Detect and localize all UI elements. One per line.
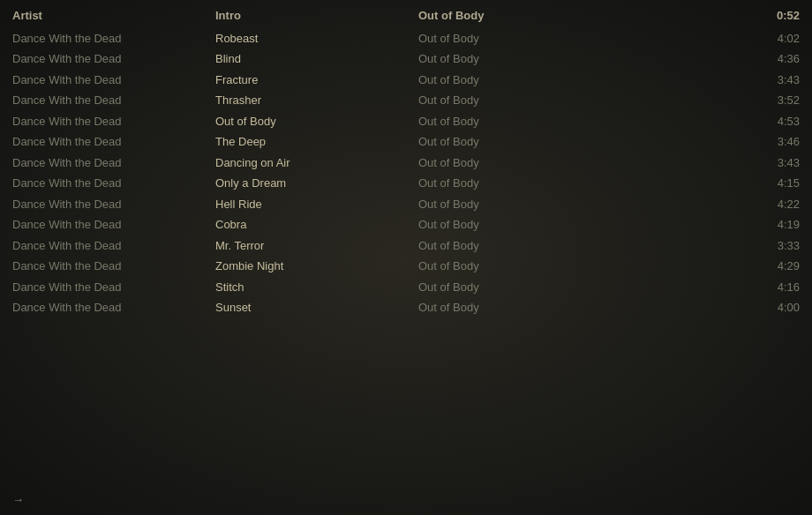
track-duration: 4:00 [621, 299, 800, 317]
table-row[interactable]: Dance With the DeadFractureOut of Body3:… [0, 70, 812, 91]
track-duration: 4:29 [621, 258, 800, 275]
table-row[interactable]: Dance With the DeadZombie NightOut of Bo… [0, 256, 812, 277]
table-row[interactable]: Dance With the DeadOut of BodyOut of Bod… [0, 111, 812, 132]
track-duration: 4:15 [621, 175, 800, 192]
track-duration: 4:53 [621, 113, 800, 131]
track-album: Out of Body [418, 154, 621, 172]
header-album: Out of Body [418, 7, 621, 25]
table-row[interactable]: Dance With the DeadBlindOut of Body4:36 [0, 49, 812, 70]
track-album: Out of Body [418, 30, 621, 48]
track-album: Out of Body [418, 237, 621, 255]
track-duration: 4:16 [621, 279, 800, 296]
track-artist: Dance With the Dead [12, 299, 215, 317]
track-artist: Dance With the Dead [12, 196, 215, 213]
track-album: Out of Body [418, 71, 621, 89]
track-title: Stitch [215, 279, 418, 296]
track-title: Mr. Terror [215, 237, 418, 255]
track-duration: 4:36 [621, 50, 800, 68]
track-artist: Dance With the Dead [12, 30, 215, 48]
track-artist: Dance With the Dead [12, 175, 215, 192]
track-duration: 3:33 [621, 237, 800, 255]
track-album: Out of Body [418, 50, 621, 68]
track-album: Out of Body [418, 299, 621, 317]
header-duration: 0:52 [621, 7, 800, 25]
track-album: Out of Body [418, 113, 621, 131]
table-row[interactable]: Dance With the DeadHell RideOut of Body4… [0, 194, 812, 215]
table-row[interactable]: Dance With the DeadMr. TerrorOut of Body… [0, 235, 812, 257]
track-artist: Dance With the Dead [12, 258, 215, 275]
track-title: Hell Ride [215, 196, 418, 213]
track-artist: Dance With the Dead [12, 279, 215, 296]
track-artist: Dance With the Dead [12, 237, 215, 255]
track-duration: 3:43 [621, 154, 800, 172]
track-album: Out of Body [418, 279, 621, 296]
track-title: Blind [215, 50, 418, 68]
table-row[interactable]: Dance With the DeadOnly a DreamOut of Bo… [0, 173, 812, 194]
track-album: Out of Body [418, 216, 621, 234]
track-artist: Dance With the Dead [12, 113, 215, 131]
track-artist: Dance With the Dead [12, 71, 215, 89]
table-row[interactable]: Dance With the DeadStitchOut of Body4:16 [0, 277, 812, 298]
track-list: Artist Intro Out of Body 0:52 Dance With… [0, 0, 812, 324]
bottom-arrow-icon: → [12, 493, 24, 506]
track-title: Zombie Night [215, 258, 418, 275]
table-row[interactable]: Dance With the DeadSunsetOut of Body4:00 [0, 297, 812, 318]
track-album: Out of Body [418, 92, 621, 109]
track-album: Out of Body [418, 133, 621, 151]
track-duration: 4:22 [621, 196, 800, 213]
track-title: Fracture [215, 71, 418, 89]
track-artist: Dance With the Dead [12, 50, 215, 68]
track-title: Sunset [215, 299, 418, 317]
track-duration: 4:19 [621, 216, 800, 234]
track-duration: 4:02 [621, 30, 800, 48]
track-title: The Deep [215, 133, 418, 151]
track-artist: Dance With the Dead [12, 92, 215, 109]
table-row[interactable]: Dance With the DeadThe DeepOut of Body3:… [0, 131, 812, 153]
track-title: Only a Dream [215, 175, 418, 192]
track-album: Out of Body [418, 196, 621, 213]
track-artist: Dance With the Dead [12, 216, 215, 234]
table-row[interactable]: Dance With the DeadDancing on AirOut of … [0, 153, 812, 174]
track-duration: 3:43 [621, 71, 800, 89]
track-title: Out of Body [215, 113, 418, 131]
track-title: Cobra [215, 216, 418, 234]
table-header: Artist Intro Out of Body 0:52 [0, 5, 812, 28]
track-duration: 3:52 [621, 92, 800, 109]
track-artist: Dance With the Dead [12, 133, 215, 151]
header-title: Intro [215, 7, 418, 25]
table-row[interactable]: Dance With the DeadThrasherOut of Body3:… [0, 90, 812, 111]
track-artist: Dance With the Dead [12, 154, 215, 172]
track-title: Robeast [215, 30, 418, 48]
track-title: Thrasher [215, 92, 418, 109]
header-artist: Artist [12, 7, 215, 25]
table-row[interactable]: Dance With the DeadRobeastOut of Body4:0… [0, 28, 812, 49]
track-duration: 3:46 [621, 133, 800, 151]
table-row[interactable]: Dance With the DeadCobraOut of Body4:19 [0, 214, 812, 235]
track-album: Out of Body [418, 175, 621, 192]
track-title: Dancing on Air [215, 154, 418, 172]
track-album: Out of Body [418, 258, 621, 275]
